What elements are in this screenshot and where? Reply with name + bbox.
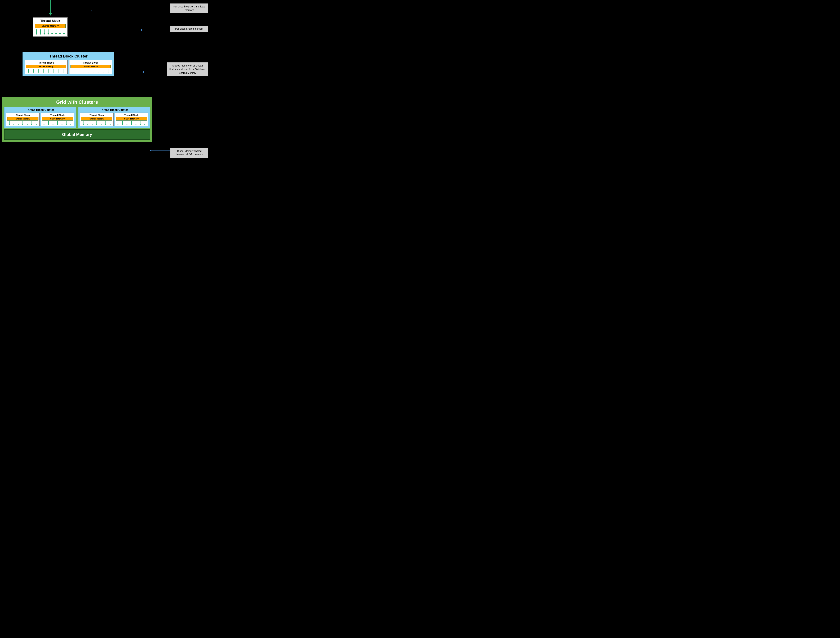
thread-4 xyxy=(47,30,49,35)
arrow-global xyxy=(151,150,170,151)
single-tb-threads xyxy=(35,29,66,35)
main-diagram: Per thread registers and local memory Th… xyxy=(0,0,210,160)
single-tb-shared-mem: Shared Memory xyxy=(35,24,66,28)
global-memory-bar: Global Memory xyxy=(4,129,150,140)
arrow-distributed xyxy=(144,72,167,72)
grid-c1-tb2: Thread Block Shared Memory xyxy=(41,112,74,126)
thread-1 xyxy=(36,30,38,35)
grid-cluster-1: Thread Block Cluster Thread Block Shared… xyxy=(4,107,76,128)
grid-c2-tb1: Thread Block Shared Memory xyxy=(80,112,114,126)
thread-8 xyxy=(63,30,65,35)
single-tb-title: Thread Block xyxy=(35,19,66,23)
arrow-per-block xyxy=(142,30,170,30)
main-down-arrow xyxy=(49,0,52,16)
single-thread-block: Thread Block Shared Memory xyxy=(33,17,68,37)
global-memory-label: Global Memory xyxy=(62,132,92,137)
arrow-line-segment xyxy=(50,0,51,13)
annotation-global: Global Memory shared between all GPU ker… xyxy=(170,148,208,158)
grid-title: Grid with Clusters xyxy=(4,99,150,105)
cluster-mid-title: Thread Block Cluster xyxy=(25,54,112,58)
thread-3 xyxy=(43,30,45,35)
grid-cluster-2: Thread Block Cluster Thread Block Shared… xyxy=(78,107,150,128)
cluster-box-mid: Thread Block Cluster Thread Block Shared… xyxy=(22,52,114,76)
annotation-per-block: Per block Shared memory xyxy=(170,25,208,32)
grid-box: Grid with Clusters Thread Block Cluster … xyxy=(2,97,152,142)
grid-clusters-row: Thread Block Cluster Thread Block Shared… xyxy=(4,107,150,128)
thread-2 xyxy=(39,30,41,35)
thread-7 xyxy=(59,30,61,35)
thread-5 xyxy=(51,30,53,35)
arrow-per-thread xyxy=(92,11,170,11)
annotation-distributed: Shared memory of all thread blocks in a … xyxy=(167,62,208,76)
cluster-mid-inner: Thread Block Shared Memory Thread Block … xyxy=(25,60,112,74)
annotation-per-thread: Per thread registers and local memory xyxy=(170,3,208,13)
grid-c2-tb2: Thread Block Shared Memory xyxy=(115,112,148,126)
arrow-head xyxy=(49,13,52,16)
grid-c1-tb1: Thread Block Shared Memory xyxy=(6,112,39,126)
cluster-mid-tb2: Thread Block Shared Memory xyxy=(69,60,112,74)
cluster-mid-tb1: Thread Block Shared Memory xyxy=(25,60,68,74)
thread-6 xyxy=(55,30,57,35)
